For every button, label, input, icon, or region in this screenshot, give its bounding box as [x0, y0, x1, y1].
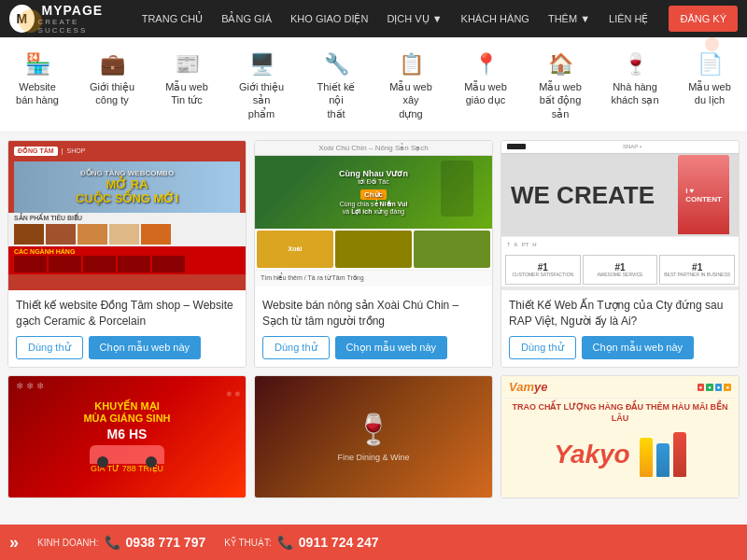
- card-restaurant: 🍷 Fine Dining & Wine: [254, 375, 493, 498]
- card-nongsan-title: Website bán nông sản Xoài Chú Chin – Sạc…: [262, 298, 485, 329]
- bottom-bar-tech: KỸ THUẬT: 📞 0911 724 247: [224, 535, 378, 543]
- restaurant-image: 🍷 Fine Dining & Wine: [255, 376, 492, 497]
- monitor-icon: 🖥️: [249, 52, 275, 77]
- cat-gioithieu-label: Giới thiệucông ty: [90, 80, 134, 107]
- card-nongsan-actions: Dùng thử Chọn mẫu web này: [262, 336, 485, 359]
- cat-giaoduc-label: Mẫu webgiáo dục: [464, 80, 507, 107]
- cat-noithat-label: Thiết kế nộithất: [312, 80, 360, 120]
- cat-nhahang[interactable]: 🍷 Nhà hàngkhách sạn: [598, 49, 672, 124]
- cat-xaydung[interactable]: 📋 Mẫu web xâydựng: [374, 49, 448, 124]
- btn-try-nongsan[interactable]: Dùng thử: [262, 336, 330, 359]
- stat2-label: AWESOME SERVICE: [597, 273, 642, 278]
- nav-services[interactable]: DỊCH VỤ ▼: [379, 0, 449, 37]
- cat-xaydung-label: Mẫu web xâydựng: [387, 80, 435, 120]
- btn-choose-nongsan[interactable]: Chọn mẫu web này: [335, 336, 448, 359]
- card-dongtam-title: Thiết kế website Đồng Tâm shop – Website…: [16, 298, 238, 329]
- card-dongtam-body: Thiết kế website Đồng Tâm shop – Website…: [8, 290, 246, 368]
- register-button[interactable]: ĐĂNG KÝ: [669, 6, 738, 32]
- cat-dulich[interactable]: 📄 Mẫu webdu lịch: [672, 49, 747, 124]
- page-icon: 📄: [698, 52, 723, 77]
- card-nongsan-body: Website bán nông sản Xoài Chú Chin – Sạc…: [255, 290, 492, 368]
- card-wecreate-body: Thiết Kế Web Ấn Tượng của Cty đứng sau R…: [501, 290, 739, 368]
- store-icon: 🏪: [25, 52, 50, 77]
- stat1-num: #1: [538, 262, 548, 273]
- cat-dulich-label: Mẫu webdu lịch: [688, 80, 731, 107]
- phone-icon-tech: 📞: [277, 535, 293, 543]
- btn-choose-wecreate[interactable]: Chọn mẫu web này: [582, 336, 695, 359]
- nav-home[interactable]: TRANG CHỦ: [134, 0, 210, 37]
- we-create-headline: WE CREATE: [511, 182, 655, 209]
- briefcase-icon: 💼: [100, 52, 125, 77]
- logo-name: MYPAGE: [42, 3, 104, 18]
- cat-banhang-label: Websitebán hàng: [16, 80, 59, 107]
- mazda-image: ❄ ❄ ❄ ❄ ❄ KHUYẾN MẠIMÙA GIÁNG SINH M6 HS…: [8, 376, 246, 497]
- mazda-promo-text: KHUYẾN MẠIMÙA GIÁNG SINH: [83, 400, 170, 424]
- cat-bds[interactable]: 🏠 Mẫu webbất động sản: [523, 49, 598, 124]
- wrench-icon: 🔧: [324, 52, 349, 77]
- stat3-label: BEST PARTNER IN BUSINESS: [664, 273, 730, 278]
- cat-banhang[interactable]: 🏪 Websitebán hàng: [0, 49, 75, 124]
- cat-giaoduc[interactable]: 📍 Mẫu webgiáo dục: [448, 49, 523, 124]
- card-dongtam: ĐỒNG TÂM | SHOP ĐỒNG TÂNG WEBCOMBO MỞ RA…: [7, 140, 247, 369]
- nav-more[interactable]: THÊM ▼: [541, 0, 598, 37]
- cat-tintuc[interactable]: 📰 Mẫu webTin tức: [149, 49, 224, 124]
- nav-clients[interactable]: KHÁCH HÀNG: [454, 0, 537, 37]
- card-mazda: ❄ ❄ ❄ ❄ ❄ KHUYẾN MẠIMÙA GIÁNG SINH M6 HS…: [7, 375, 247, 498]
- yakyo-promo-text: TRAO CHẤT LƯỢNG HÀNG ĐẦU THÊM HÀU MÃI BỀ…: [501, 399, 739, 427]
- phone-icon-biz: 📞: [105, 535, 120, 543]
- card-wecreate-title: Thiết Kế Web Ấn Tượng của Cty đứng sau R…: [509, 298, 731, 329]
- tech-label: KỸ THUẬT:: [224, 538, 272, 544]
- btn-choose-dongtam[interactable]: Chọn mẫu web này: [89, 336, 202, 359]
- card-yakyo: Vamye ● ● ● ● TRAO CHẤT LƯỢNG HÀNG ĐẦU T…: [500, 375, 740, 498]
- pin-icon: 📍: [473, 52, 499, 77]
- cat-gioithieu[interactable]: 💼 Giới thiệucông ty: [75, 49, 149, 124]
- tech-phone[interactable]: 0911 724 247: [299, 535, 379, 543]
- biz-phone[interactable]: 0938 771 797: [126, 535, 206, 543]
- bottom-bar-biz: KINH DOANH: 📞 0938 771 797: [37, 535, 205, 543]
- navbar: M MYPAGE CREATE SUCCESS TRANG CHỦ BẢNG G…: [0, 0, 747, 37]
- cat-noithat[interactable]: 🔧 Thiết kế nộithất: [299, 49, 374, 124]
- newspaper-icon: 📰: [175, 52, 200, 77]
- cat-sanpham[interactable]: 🖥️ Giới thiệu sảnphẩm: [224, 49, 299, 124]
- card-wecreate: SNAP • WE CREATE I ♥CONTENT T K PT H: [500, 140, 740, 369]
- category-bar: 🏪 Websitebán hàng 💼 Giới thiệucông ty 📰 …: [0, 37, 747, 133]
- card-wecreate-actions: Dùng thử Chọn mẫu web này: [509, 336, 731, 359]
- cat-sp-label: Giới thiệu sảnphẩm: [237, 80, 286, 120]
- bottom-bar: » KINH DOANH: 📞 0938 771 797 KỸ THUẬT: 📞…: [0, 525, 747, 543]
- product-grid: ĐỒNG TÂM | SHOP ĐỒNG TÂNG WEBCOMBO MỞ RA…: [0, 133, 747, 507]
- stat3-num: #1: [692, 262, 702, 273]
- stat1-label: CUSTOMER SATISFACTION: [513, 273, 574, 278]
- nav-templates[interactable]: KHO GIAO DIỆN: [283, 0, 375, 37]
- bottom-bar-arrow: »: [9, 533, 19, 544]
- biz-label: KINH DOANH:: [37, 538, 99, 544]
- logo-tagline: CREATE SUCCESS: [38, 18, 121, 35]
- cat-nhahang-label: Nhà hàngkhách sạn: [611, 80, 658, 107]
- btn-try-wecreate[interactable]: Dùng thử: [509, 336, 576, 359]
- cat-bds-label: Mẫu webbất động sản: [536, 80, 585, 120]
- clipboard-icon: 📋: [399, 52, 424, 77]
- nav-contact[interactable]: LIÊN HỆ: [601, 0, 655, 37]
- yakyo-brand: Yakyo: [554, 440, 629, 469]
- btn-try-dongtam[interactable]: Dùng thử: [16, 336, 83, 359]
- stat2-num: #1: [614, 262, 625, 273]
- nav-pricing[interactable]: BẢNG GIÁ: [214, 0, 279, 37]
- wine-icon: 🍷: [623, 52, 648, 77]
- house-icon: 🏠: [548, 52, 573, 77]
- card-nongsan: Xoài Chú Chin – Nông Sản Sạch Cùng Nhau …: [254, 140, 493, 369]
- cat-tintuc-label: Mẫu webTin tức: [165, 80, 208, 107]
- card-dongtam-actions: Dùng thử Chọn mẫu web này: [16, 336, 238, 359]
